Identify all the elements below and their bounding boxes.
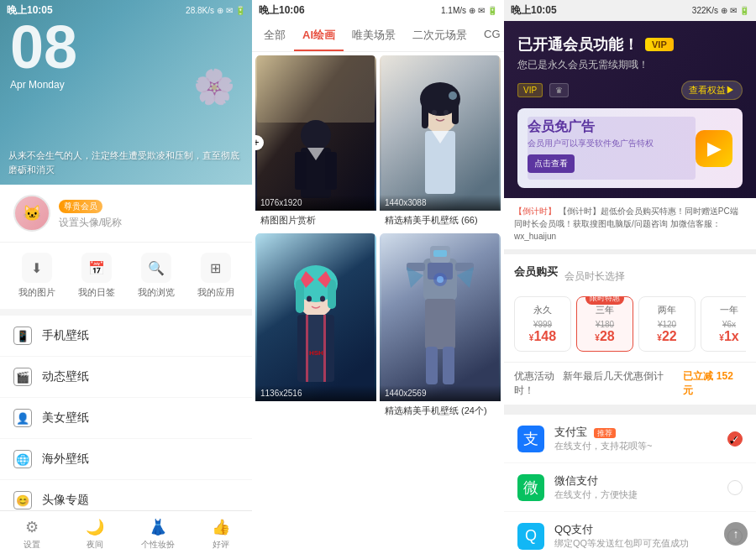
beauty-label: 美女壁纸 bbox=[42, 410, 239, 426]
quick-action-photos[interactable]: ⬇ 我的图片 bbox=[7, 253, 66, 299]
tab-ai-art[interactable]: AI绘画 bbox=[294, 21, 344, 51]
right-status-bar: 晚上10:05 322K/s ⊕✉🔋 bbox=[504, 0, 756, 21]
menu-item-overseas[interactable]: 🌐 海外壁纸 bbox=[0, 439, 252, 480]
svg-point-2 bbox=[301, 120, 331, 150]
menu-item-live-wallpaper[interactable]: 🎬 动态壁纸 bbox=[0, 357, 252, 398]
right-status-time: 晚上10:05 bbox=[511, 3, 557, 18]
purchase-section: 会员购买 会员时长选择 永久 ¥999 ¥148 限时特惠 三年 ¥180 ¥2… bbox=[504, 254, 756, 362]
svg-rect-38 bbox=[425, 299, 455, 349]
settings-label: 设置 bbox=[24, 539, 40, 551]
menu-item-phone-wallpaper[interactable]: 📱 手机壁纸 bbox=[0, 316, 252, 357]
payment-options: 支 支付宝 推荐 在线支付，支持花呗等~ ✓ 微 微信支付 在线支付，方便快捷 … bbox=[504, 410, 756, 559]
payment-alipay[interactable]: 支 支付宝 推荐 在线支付，支持花呗等~ ✓ bbox=[504, 415, 756, 463]
user-nickname-hint[interactable]: 设置头像/昵称 bbox=[59, 216, 239, 230]
vip-rights-btn[interactable]: 查看权益▶ bbox=[681, 81, 743, 100]
vip-header: 已开通会员功能！ VIP 您已是永久会员无需续期哦！ VIP ♛ 查看权益▶ 会… bbox=[504, 21, 756, 198]
svg-point-25 bbox=[320, 296, 325, 302]
overseas-label: 海外壁纸 bbox=[42, 452, 239, 467]
image-card-1[interactable]: 1076x1920 精图图片赏析 + bbox=[255, 55, 376, 230]
svg-rect-39 bbox=[426, 347, 438, 384]
qq-sub: 绑定QQ等发送红包即可充值成功 bbox=[554, 537, 717, 550]
vip-subtitle: 您已是永久会员无需续期哦！ bbox=[517, 58, 743, 72]
header-quote: 从来不会生气的人，注定终生遭受欺凌和压制，直至彻底磨砺和消灭 bbox=[8, 149, 244, 176]
plan-forever[interactable]: 永久 ¥999 ¥148 bbox=[514, 296, 571, 352]
night-label: 夜间 bbox=[87, 539, 103, 551]
qq-name: QQ支付 bbox=[554, 522, 717, 537]
image-card-4[interactable]: 1440x2569 精选精美手机壁纸 (24个) bbox=[380, 233, 501, 421]
image-card-3-info: 1136x2516 bbox=[255, 385, 376, 401]
quick-action-browse[interactable]: 🔍 我的浏览 bbox=[126, 253, 186, 299]
user-section[interactable]: 🐱 尊贵会员 设置头像/昵称 bbox=[0, 185, 252, 243]
quick-action-apps[interactable]: ⊞ 我的应用 bbox=[186, 253, 245, 299]
user-info: 尊贵会员 设置头像/昵称 bbox=[59, 197, 239, 230]
svg-point-15 bbox=[432, 110, 437, 115]
wechat-select[interactable] bbox=[727, 480, 743, 495]
menu-item-avatar[interactable]: 😊 头像专题 bbox=[0, 480, 252, 510]
user-badge: 尊贵会员 bbox=[59, 200, 102, 213]
tab-cg[interactable]: CG bbox=[475, 21, 504, 51]
middle-status-bar: 晚上10:06 1.1M/s ⊕✉🔋 bbox=[252, 0, 504, 21]
promo-row-label: 优惠活动 新年最后几天优惠倒计时！ bbox=[514, 369, 683, 398]
wechat-name: 微信支付 bbox=[554, 473, 717, 488]
payment-wechat[interactable]: 微 微信支付 在线支付，方便快捷 bbox=[504, 463, 756, 512]
svg-rect-10 bbox=[422, 99, 428, 128]
tab-all[interactable]: 全部 bbox=[255, 21, 294, 51]
payment-qq[interactable]: Q QQ支付 绑定QQ等发送红包即可充值成功 bbox=[504, 512, 756, 559]
alipay-select[interactable]: ✓ bbox=[727, 431, 743, 447]
nav-customize[interactable]: 👗 个性妆扮 bbox=[126, 518, 189, 551]
tab-anime-scene[interactable]: 二次元场景 bbox=[404, 21, 475, 51]
overseas-icon: 🌐 bbox=[13, 450, 32, 468]
plan-3year-original: ¥180 bbox=[582, 320, 627, 329]
plan-2year-original: ¥120 bbox=[644, 320, 690, 329]
settings-icon: ⚙ bbox=[25, 518, 39, 536]
plan-2year-name: 两年 bbox=[644, 304, 690, 316]
svg-rect-11 bbox=[452, 99, 459, 124]
phone-wallpaper-label: 手机壁纸 bbox=[42, 328, 239, 343]
plan-3year-discount: 限时特惠 bbox=[585, 296, 624, 305]
live-wallpaper-label: 动态壁纸 bbox=[42, 369, 239, 384]
image-card-1-title: 精图图片赏析 bbox=[255, 211, 376, 230]
alipay-info: 支付宝 推荐 在线支付，支持花呗等~ bbox=[554, 425, 717, 452]
tab-beautiful-scene[interactable]: 唯美场景 bbox=[344, 21, 404, 51]
user-avatar[interactable]: 🐱 bbox=[13, 195, 50, 232]
customize-icon: 👗 bbox=[149, 518, 167, 536]
browse-icon: 🔍 bbox=[141, 253, 171, 283]
diary-icon: 📅 bbox=[81, 253, 112, 283]
bottom-nav: ⚙ 设置 🌙 夜间 👗 个性妆扮 👍 好评 bbox=[0, 510, 252, 559]
panel-middle: 晚上10:06 1.1M/s ⊕✉🔋 全部 AI绘画 唯美场景 二次元场景 CG bbox=[252, 0, 504, 559]
plan-1year-name: 一年 bbox=[706, 304, 746, 316]
qq-icon: Q bbox=[517, 523, 544, 550]
svg-rect-21 bbox=[328, 280, 336, 309]
quick-action-diary[interactable]: 📅 我的日签 bbox=[66, 253, 126, 299]
middle-tabs: 全部 AI绘画 唯美场景 二次元场景 CG bbox=[252, 21, 504, 52]
image-card-3[interactable]: HSH 1136x2516 bbox=[255, 233, 376, 421]
promo-activity: 优惠活动 bbox=[514, 370, 554, 382]
plan-3year[interactable]: 限时特惠 三年 ¥180 ¥28 bbox=[576, 296, 633, 352]
image-card-2[interactable]: 1440x3088 精选精美手机壁纸 (66) bbox=[380, 55, 501, 230]
plan-2year[interactable]: 两年 ¥120 ¥22 bbox=[638, 296, 696, 352]
alipay-icon: 支 bbox=[517, 426, 544, 452]
nav-night[interactable]: 🌙 夜间 bbox=[63, 518, 126, 551]
diary-label: 我的日签 bbox=[78, 286, 115, 299]
middle-network: 1.1M/s bbox=[441, 6, 466, 15]
photos-label: 我的图片 bbox=[18, 286, 55, 299]
apps-label: 我的应用 bbox=[197, 286, 234, 299]
plan-3year-price: ¥28 bbox=[582, 329, 627, 344]
browse-label: 我的浏览 bbox=[138, 286, 175, 299]
avatar-topic-icon: 😊 bbox=[13, 491, 32, 509]
image-dims-1: 1076x1920 bbox=[260, 198, 371, 207]
svg-point-12 bbox=[449, 91, 457, 100]
menu-item-beauty-wallpaper[interactable]: 👤 美女壁纸 bbox=[0, 398, 252, 439]
svg-rect-27 bbox=[306, 315, 326, 382]
vip-ad-click-btn[interactable]: 点击查看 bbox=[528, 154, 575, 173]
vip-ad-icon: ▶ bbox=[696, 130, 732, 167]
wechat-sub: 在线支付，方便快捷 bbox=[554, 488, 717, 501]
middle-status-time: 晚上10:06 bbox=[259, 3, 305, 18]
plan-3year-name: 三年 bbox=[582, 304, 627, 316]
nav-settings[interactable]: ⚙ 设置 bbox=[0, 518, 63, 551]
review-label: 好评 bbox=[213, 539, 229, 551]
nav-review[interactable]: 👍 好评 bbox=[189, 518, 252, 551]
plan-forever-price: ¥148 bbox=[520, 329, 565, 344]
svg-rect-5 bbox=[325, 152, 337, 190]
plan-1year[interactable]: 一年 ¥6x ¥1x bbox=[701, 296, 746, 352]
